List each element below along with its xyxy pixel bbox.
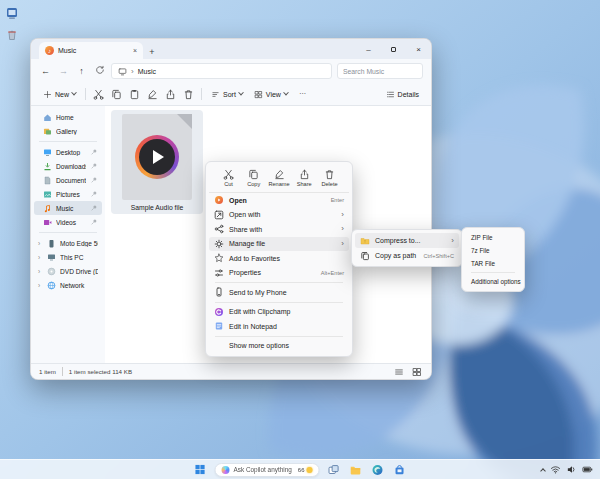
recycle-bin-icon[interactable]: [5, 28, 19, 42]
weather-widget[interactable]: 66: [298, 467, 313, 473]
close-tab-icon[interactable]: ×: [133, 47, 137, 54]
start-button[interactable]: [193, 462, 208, 477]
forward-button[interactable]: →: [57, 66, 70, 76]
taskbar-search[interactable]: Ask Copilot anything 66: [215, 463, 320, 477]
copy-button[interactable]: [109, 87, 124, 102]
details-label: Details: [398, 91, 419, 98]
breadcrumb[interactable]: › Music: [111, 63, 332, 79]
system-tray: [541, 460, 593, 479]
tab-music[interactable]: ♪ Music ×: [39, 42, 143, 59]
expand-chevron-icon[interactable]: ›: [38, 240, 43, 247]
menu-item-share-with[interactable]: Share with ›: [209, 222, 349, 237]
quick-actions-row: Cut Copy Rename Share Delete: [209, 165, 349, 193]
file-explorer-button[interactable]: [348, 462, 363, 477]
menu-item-open[interactable]: Open Enter: [209, 193, 349, 208]
details-pane-button[interactable]: Details: [382, 88, 423, 101]
sort-button[interactable]: Sort: [207, 88, 247, 101]
close-button[interactable]: ×: [406, 39, 431, 59]
menu-item-show-more-options[interactable]: Show more options: [209, 339, 349, 354]
this-pc-icon: [47, 253, 56, 262]
command-bar: New Sort View ⋯: [31, 83, 431, 106]
sidebar-item-home[interactable]: Home: [34, 110, 102, 124]
submenu-item-zip-file[interactable]: ZIP File: [465, 231, 521, 244]
manage-file-submenu: Compress to... › Copy as path Ctrl+Shift…: [351, 229, 463, 267]
sidebar-item-this-pc[interactable]: › This PC: [34, 250, 102, 264]
sidebar-item-network[interactable]: › Network: [34, 278, 102, 292]
maximize-button[interactable]: [381, 39, 406, 59]
more-options-button[interactable]: ⋯: [295, 88, 310, 100]
sidebar-item-dvd-drive[interactable]: › DVD Drive (D:) CCC: [34, 264, 102, 278]
task-view-button[interactable]: [326, 462, 341, 477]
file-sample-audio[interactable]: Sample Audio file: [111, 110, 203, 214]
sort-label: Sort: [223, 91, 236, 98]
cut-quick-action[interactable]: Cut: [216, 167, 241, 189]
network-icon: [47, 281, 56, 290]
share-button[interactable]: [163, 87, 178, 102]
delete-button[interactable]: [181, 87, 196, 102]
menu-item-open-with[interactable]: Open with ›: [209, 208, 349, 223]
breadcrumb-location: Music: [138, 68, 156, 75]
copy-path-icon: [360, 251, 370, 261]
expand-chevron-icon[interactable]: ›: [38, 254, 43, 261]
refresh-button[interactable]: [93, 65, 106, 77]
pin-icon: [90, 176, 98, 184]
copy-quick-action[interactable]: Copy: [241, 167, 266, 189]
battery-icon[interactable]: [582, 461, 593, 479]
sidebar-item-label: Pictures: [56, 191, 86, 198]
sidebar-item-phone[interactable]: › Moto Edge 50 Neo: [34, 236, 102, 250]
share-icon: [299, 169, 310, 180]
sidebar-item-videos[interactable]: Videos: [34, 215, 102, 229]
store-button[interactable]: [392, 462, 407, 477]
new-button[interactable]: New: [39, 88, 80, 101]
item-count: 1 item: [39, 368, 56, 375]
sidebar-item-downloads[interactable]: Downloads: [34, 159, 102, 173]
thumbnail-view-toggle[interactable]: [411, 366, 423, 378]
menu-item-edit-notepad[interactable]: Edit in Notepad: [209, 319, 349, 334]
hidden-icons-chevron[interactable]: [540, 468, 546, 474]
sidebar-item-music[interactable]: Music: [34, 201, 102, 215]
menu-item-properties[interactable]: Properties Alt+Enter: [209, 266, 349, 281]
details-view-toggle[interactable]: [393, 366, 405, 378]
rename-button[interactable]: [145, 87, 160, 102]
new-tab-button[interactable]: +: [143, 47, 161, 59]
submenu-item-7z-file[interactable]: 7z File: [465, 244, 521, 257]
pin-icon: [90, 148, 98, 156]
desktop-icon: [43, 148, 52, 157]
edge-button[interactable]: [370, 462, 385, 477]
delete-quick-action[interactable]: Delete: [317, 167, 342, 189]
submenu-item-compress-to[interactable]: Compress to... ›: [355, 233, 459, 248]
cut-button[interactable]: [91, 87, 106, 102]
plus-icon: [43, 90, 52, 99]
share-quick-action[interactable]: Share: [292, 167, 317, 189]
menu-item-manage-file[interactable]: Manage file ›: [209, 237, 349, 252]
sidebar-item-desktop[interactable]: Desktop: [34, 145, 102, 159]
menu-item-edit-clipchamp[interactable]: Edit with Clipchamp: [209, 305, 349, 320]
monitor-icon: [118, 67, 127, 76]
view-button[interactable]: View: [250, 88, 292, 101]
expand-chevron-icon[interactable]: ›: [38, 268, 43, 275]
tab-strip[interactable]: ♪ Music × + – ×: [31, 39, 431, 59]
music-icon: [43, 204, 52, 213]
minimize-button[interactable]: –: [356, 39, 381, 59]
expand-chevron-icon[interactable]: ›: [38, 282, 43, 289]
submenu-item-additional-options[interactable]: Additional options: [465, 275, 521, 288]
menu-divider: [215, 282, 343, 283]
sidebar-item-pictures[interactable]: Pictures: [34, 187, 102, 201]
task-view-icon: [328, 464, 340, 476]
desktop-shortcut-icon[interactable]: [5, 6, 19, 20]
rename-quick-action[interactable]: Rename: [267, 167, 292, 189]
volume-icon[interactable]: [566, 461, 577, 479]
back-button[interactable]: ←: [39, 66, 52, 76]
wifi-icon[interactable]: [550, 461, 561, 479]
submenu-item-tar-file[interactable]: TAR File: [465, 257, 521, 270]
sidebar-item-gallery[interactable]: Gallery: [34, 124, 102, 138]
menu-item-add-to-favorites[interactable]: Add to Favorites: [209, 251, 349, 266]
up-button[interactable]: ↑: [75, 66, 88, 76]
paste-button[interactable]: [127, 87, 142, 102]
details-icon: [386, 90, 395, 99]
search-input[interactable]: [337, 63, 423, 79]
submenu-item-copy-as-path[interactable]: Copy as path Ctrl+Shift+C: [355, 248, 459, 263]
taskbar: Ask Copilot anything 66: [0, 459, 600, 479]
menu-item-send-to-phone[interactable]: Send to My Phone: [209, 285, 349, 300]
sidebar-item-documents[interactable]: Documents: [34, 173, 102, 187]
